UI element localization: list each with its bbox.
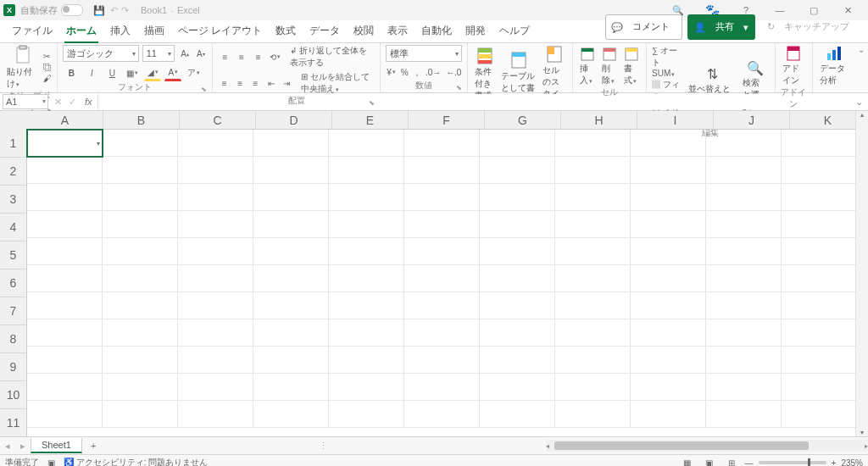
cell-A11[interactable] xyxy=(27,401,103,428)
cell-I3[interactable] xyxy=(631,184,706,211)
fill-color-button[interactable]: ◢ xyxy=(144,64,161,81)
merge-center-button[interactable]: ⊞ セルを結合して中央揃え xyxy=(301,71,375,95)
decrease-decimal-icon[interactable]: ←.0 xyxy=(445,64,462,80)
cell-D9[interactable] xyxy=(253,347,329,374)
cell-C6[interactable] xyxy=(178,265,253,292)
cell-C10[interactable] xyxy=(178,374,253,401)
cell-B11[interactable] xyxy=(103,401,178,428)
cell-J8[interactable] xyxy=(706,319,782,347)
sheet-nav-next[interactable]: ▸ xyxy=(15,441,31,452)
row-header-1[interactable]: 1 xyxy=(0,130,27,158)
cell-J11[interactable] xyxy=(706,401,782,428)
cell-A5[interactable] xyxy=(27,238,103,265)
col-header-H[interactable]: H xyxy=(561,111,637,130)
paste-button[interactable]: 貼り付け xyxy=(5,45,40,90)
cell-G10[interactable] xyxy=(480,374,555,401)
percent-format-icon[interactable]: % xyxy=(400,64,409,80)
cell-J9[interactable] xyxy=(706,347,782,374)
normal-view-icon[interactable]: ▦ xyxy=(679,457,696,466)
cell-B5[interactable] xyxy=(103,238,178,265)
cell-A2[interactable] xyxy=(27,157,103,184)
addins-button[interactable]: アドイン xyxy=(781,45,807,86)
cell-F3[interactable] xyxy=(404,184,480,211)
row-header-7[interactable]: 7 xyxy=(0,297,27,325)
tab-developer[interactable]: 開発 xyxy=(459,20,492,42)
cell-K2[interactable] xyxy=(782,157,857,184)
cell-C8[interactable] xyxy=(178,319,253,347)
fx-icon[interactable]: fx xyxy=(80,97,97,107)
autosum-button[interactable]: ∑ オート SUM xyxy=(652,45,683,78)
col-header-J[interactable]: J xyxy=(714,111,790,130)
cell-D2[interactable] xyxy=(253,157,329,184)
underline-button[interactable]: U xyxy=(103,65,120,80)
enter-formula-icon[interactable]: ✓ xyxy=(65,97,80,108)
cell-C4[interactable] xyxy=(178,211,253,238)
row-header-9[interactable]: 9 xyxy=(0,353,27,381)
cell-E11[interactable] xyxy=(329,401,404,428)
cut-icon[interactable]: ✂ xyxy=(43,52,52,61)
col-header-A[interactable]: A xyxy=(27,111,103,130)
cell-F9[interactable] xyxy=(404,347,480,374)
align-top-icon[interactable]: ≡ xyxy=(218,49,231,64)
increase-decimal-icon[interactable]: .0→ xyxy=(425,64,442,80)
cell-K6[interactable] xyxy=(782,265,857,292)
cell-B9[interactable] xyxy=(103,347,178,374)
cell-D7[interactable] xyxy=(253,292,329,319)
format-painter-icon[interactable]: 🖌 xyxy=(43,74,52,83)
cell-C1[interactable] xyxy=(178,130,253,157)
zoom-level[interactable]: 235% xyxy=(841,458,863,467)
cell-J4[interactable] xyxy=(706,211,782,238)
catchup-button[interactable]: ↻ キャッチアップ xyxy=(760,17,863,37)
tab-view[interactable]: 表示 xyxy=(381,20,415,42)
cell-G4[interactable] xyxy=(480,211,555,238)
cell-B7[interactable] xyxy=(103,292,178,319)
align-right-icon[interactable]: ≡ xyxy=(249,75,261,91)
insert-cells-button[interactable]: 挿入 xyxy=(578,45,597,86)
comma-format-icon[interactable]: , xyxy=(413,64,422,80)
bold-button[interactable]: B xyxy=(63,65,80,80)
cell-B10[interactable] xyxy=(103,374,178,401)
col-header-D[interactable]: D xyxy=(256,111,332,130)
cell-G5[interactable] xyxy=(480,238,555,265)
cell-K1[interactable] xyxy=(782,130,857,157)
tab-review[interactable]: 校閲 xyxy=(347,20,381,42)
cell-D4[interactable] xyxy=(253,211,329,238)
cell-I5[interactable] xyxy=(631,238,706,265)
cell-C5[interactable] xyxy=(178,238,253,265)
tab-file[interactable]: ファイル xyxy=(5,20,59,42)
cell-I10[interactable] xyxy=(631,374,706,401)
cell-B8[interactable] xyxy=(103,319,178,347)
cell-A1[interactable] xyxy=(27,130,103,157)
cell-E9[interactable] xyxy=(329,347,404,374)
cell-G3[interactable] xyxy=(480,184,555,211)
cell-G9[interactable] xyxy=(480,347,555,374)
indent-increase-icon[interactable]: ⇥ xyxy=(281,75,292,91)
cell-I11[interactable] xyxy=(631,401,706,428)
cell-C3[interactable] xyxy=(178,184,253,211)
sheet-nav-prev[interactable]: ◂ xyxy=(0,441,15,452)
border-button[interactable]: ▦ xyxy=(124,65,141,80)
cell-F5[interactable] xyxy=(404,238,480,265)
cell-I8[interactable] xyxy=(631,319,706,347)
cell-D6[interactable] xyxy=(253,265,329,292)
cell-I9[interactable] xyxy=(631,347,706,374)
indent-decrease-icon[interactable]: ⇤ xyxy=(265,75,277,91)
cell-J1[interactable] xyxy=(706,130,782,157)
row-header-6[interactable]: 6 xyxy=(0,269,27,297)
select-all-corner[interactable] xyxy=(0,111,28,130)
tab-automate[interactable]: 自動化 xyxy=(415,20,459,42)
cell-H4[interactable] xyxy=(555,211,631,238)
cell-E2[interactable] xyxy=(329,157,404,184)
qat-undo-icon[interactable]: ↶ xyxy=(110,5,118,16)
cell-F6[interactable] xyxy=(404,265,480,292)
tab-formulas[interactable]: 数式 xyxy=(269,20,303,42)
cell-F7[interactable] xyxy=(404,292,480,319)
cell-B6[interactable] xyxy=(103,265,178,292)
italic-button[interactable]: I xyxy=(83,65,100,80)
decrease-font-icon[interactable]: A▾ xyxy=(194,46,207,61)
row-header-8[interactable]: 8 xyxy=(0,325,27,353)
cell-D8[interactable] xyxy=(253,319,329,347)
format-cells-button[interactable]: 書式 xyxy=(622,45,641,86)
row-header-5[interactable]: 5 xyxy=(0,241,27,269)
share-button[interactable]: 👤 共有 ▾ xyxy=(687,14,755,40)
